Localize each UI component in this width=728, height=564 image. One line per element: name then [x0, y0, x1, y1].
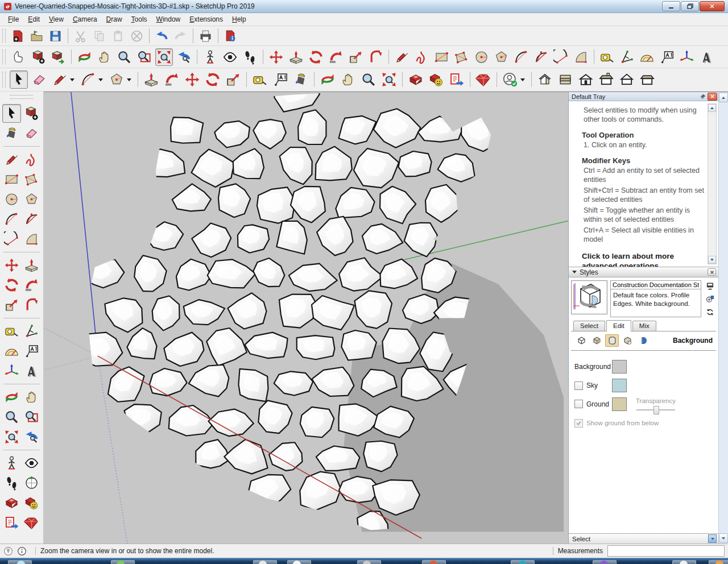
- geolocation-icon[interactable]: [3, 546, 13, 556]
- credits-info-icon[interactable]: [17, 546, 27, 556]
- offset-tool-button[interactable]: [22, 296, 41, 314]
- view-left-button[interactable]: [618, 70, 636, 89]
- toolbar-grip[interactable]: [2, 29, 6, 43]
- view-front-button[interactable]: [577, 70, 595, 89]
- update-style-icon[interactable]: [704, 307, 715, 317]
- zoom-button[interactable]: [115, 48, 133, 66]
- make-comp-tool-button[interactable]: [22, 104, 41, 123]
- look-tool-button[interactable]: [22, 454, 41, 472]
- watermark-settings-button[interactable]: [621, 334, 634, 347]
- text-button[interactable]: [271, 70, 289, 89]
- 3dtext-tool-button[interactable]: [22, 362, 41, 380]
- ground-color-swatch[interactable]: [612, 397, 627, 411]
- zoomext-button[interactable]: [380, 70, 398, 89]
- menu-view[interactable]: View: [44, 14, 68, 24]
- eraser-button[interactable]: [30, 70, 48, 89]
- styles-close-icon[interactable]: [708, 268, 716, 276]
- rotate-button[interactable]: [204, 70, 222, 89]
- scale-button[interactable]: [224, 70, 242, 89]
- instructor-link[interactable]: Click to learn about more advanced opera…: [582, 252, 706, 267]
- circle-button[interactable]: [473, 48, 490, 66]
- minimize-button[interactable]: [662, 1, 680, 11]
- cut-button[interactable]: [72, 28, 89, 44]
- make-comp-button[interactable]: [30, 48, 47, 66]
- background-color-swatch[interactable]: [612, 360, 627, 374]
- prev-button[interactable]: [175, 48, 193, 66]
- rrect-button[interactable]: [453, 48, 470, 66]
- eraser-tool-button[interactable]: [22, 124, 41, 143]
- style-name-input[interactable]: [610, 280, 701, 289]
- pin-icon[interactable]: [698, 93, 708, 101]
- sky-color-swatch[interactable]: [612, 379, 627, 392]
- pushpull-button[interactable]: [287, 48, 305, 66]
- pan-tool-button[interactable]: [22, 388, 41, 407]
- polygon-button[interactable]: [493, 48, 510, 66]
- arc2-tool-button[interactable]: [22, 210, 41, 229]
- move-button[interactable]: [183, 70, 201, 89]
- dim-button[interactable]: [618, 48, 636, 66]
- zoomwin-tool-button[interactable]: [22, 408, 41, 426]
- paste-button[interactable]: [110, 28, 126, 44]
- pan-button[interactable]: [339, 70, 357, 89]
- hand-point-button[interactable]: [10, 48, 27, 66]
- select-button[interactable]: [10, 70, 28, 89]
- zoomext-button[interactable]: [155, 48, 173, 66]
- protractor-tool-button[interactable]: [2, 342, 21, 360]
- axes-tool-button[interactable]: [2, 362, 21, 380]
- rect-tool-button[interactable]: [2, 170, 21, 189]
- pushpull-tool-button[interactable]: [22, 256, 41, 275]
- move-button[interactable]: [267, 48, 285, 66]
- walk-tool-button[interactable]: [2, 474, 21, 492]
- scroll-down-icon[interactable]: [708, 256, 716, 264]
- toolbar-grip[interactable]: [2, 49, 6, 65]
- instructor-scrollbar[interactable]: [708, 103, 717, 264]
- scroll-up-icon[interactable]: [708, 104, 716, 112]
- ruby-tool-button[interactable]: [22, 513, 41, 532]
- offset-button[interactable]: [367, 48, 384, 66]
- 3d-model-canvas[interactable]: [44, 92, 568, 544]
- create-style-icon[interactable]: [704, 294, 715, 304]
- tape-button[interactable]: [251, 70, 269, 89]
- tab-select[interactable]: Select: [573, 321, 605, 331]
- measurements-input[interactable]: [607, 545, 725, 557]
- tab-mix[interactable]: Mix: [632, 321, 656, 331]
- text-button[interactable]: [658, 48, 676, 66]
- chevron-down-icon[interactable]: [708, 534, 717, 543]
- model-viewport[interactable]: [44, 92, 568, 544]
- move-tool-button[interactable]: [2, 256, 21, 275]
- orbit-tool-button[interactable]: [2, 388, 21, 407]
- line-button[interactable]: [393, 48, 411, 66]
- layout-button[interactable]: [448, 70, 466, 89]
- orbit-button[interactable]: [318, 70, 337, 89]
- tape-button[interactable]: [598, 48, 616, 66]
- view-back-button[interactable]: [597, 70, 615, 89]
- section-tool-button[interactable]: [22, 474, 41, 492]
- erase-std-button[interactable]: [129, 28, 145, 44]
- modeling-settings-button[interactable]: [636, 334, 650, 347]
- avatar-button[interactable]: [501, 70, 527, 89]
- menu-tools[interactable]: Tools: [127, 14, 152, 24]
- 3dtext-button[interactable]: [698, 48, 715, 66]
- freehand-tool-button[interactable]: [22, 150, 41, 169]
- rect-button[interactable]: [433, 48, 450, 66]
- comp-sofa-tool-button[interactable]: [2, 494, 21, 512]
- arc3-tool-button[interactable]: [2, 230, 21, 248]
- orbit-button[interactable]: [76, 48, 93, 66]
- paint-button[interactable]: [292, 70, 310, 89]
- tray-bottom-bar[interactable]: Select: [569, 533, 718, 544]
- text-tool-button[interactable]: [22, 342, 41, 360]
- secondary-pane-icon[interactable]: [704, 281, 715, 291]
- toolbar-grip[interactable]: [2, 72, 6, 88]
- tape-tool-button[interactable]: [2, 322, 21, 341]
- arc2-button[interactable]: [532, 48, 550, 66]
- menu-camera[interactable]: Camera: [68, 14, 102, 24]
- followme-button[interactable]: [163, 70, 181, 89]
- scale-button[interactable]: [347, 48, 365, 66]
- rrect-tool-button[interactable]: [22, 170, 41, 189]
- poscam-tool-button[interactable]: [2, 454, 21, 472]
- circle-tool-button[interactable]: [2, 190, 21, 209]
- menu-file[interactable]: File: [3, 14, 23, 24]
- toolbar-grip[interactable]: [10, 95, 33, 99]
- pie-tool-button[interactable]: [22, 230, 41, 248]
- zoom-button[interactable]: [359, 70, 378, 89]
